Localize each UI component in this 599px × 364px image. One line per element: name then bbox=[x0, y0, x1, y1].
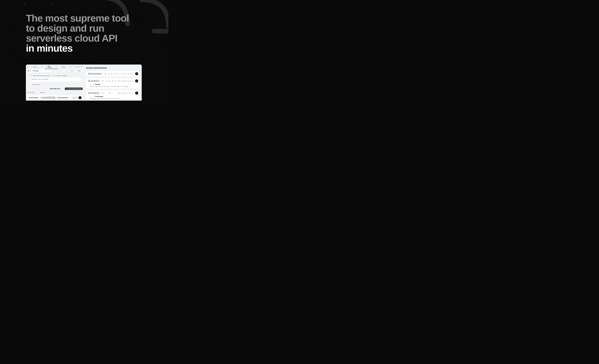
svg-point-3 bbox=[46, 67, 46, 67]
track-changes-button[interactable]: Track changes bbox=[30, 83, 42, 86]
svg-point-19 bbox=[42, 98, 42, 98]
sub-desc: Participant of the conversation can read… bbox=[90, 98, 137, 99]
pill-label: Object ID bbox=[40, 92, 45, 93]
svg-point-18 bbox=[41, 98, 41, 98]
count-pill: 18 bbox=[101, 80, 105, 82]
role-label: TeamMember bbox=[91, 92, 99, 94]
tab-label: Enums bbox=[76, 66, 80, 67]
stat-label: fields with connected entities bbox=[33, 75, 50, 76]
key-icon bbox=[38, 92, 39, 93]
svg-point-16 bbox=[38, 92, 39, 93]
permissions-title: Access permissions bbox=[86, 67, 140, 69]
sub-desc: Sender of the message can create, read a… bbox=[90, 86, 137, 87]
id-label: _id bbox=[32, 92, 34, 93]
back-button[interactable]: Back bbox=[74, 69, 83, 72]
svg-point-6 bbox=[61, 66, 61, 66]
hero-accent: in minutes bbox=[26, 43, 73, 54]
entity-type-pill[interactable]: Entity Conversation bbox=[40, 96, 56, 99]
role-label: WorkspaceAdmin bbox=[91, 73, 101, 74]
filter-icon bbox=[93, 84, 94, 85]
restriction-label: ✓ conditioanlly restricted bbox=[118, 92, 133, 94]
pencil-icon bbox=[79, 97, 81, 98]
role-pill[interactable]: WorkspaceAdmin bbox=[88, 72, 102, 75]
chevrons-right-icon bbox=[66, 88, 67, 89]
edit-button[interactable] bbox=[135, 79, 138, 83]
svg-point-1 bbox=[32, 66, 33, 67]
svg-point-23 bbox=[89, 93, 89, 93]
field-row[interactable]: conversation Entity Conversation convers… bbox=[27, 95, 83, 100]
restriction-dot-icon: ✓ bbox=[118, 80, 120, 82]
svg-point-22 bbox=[89, 81, 89, 81]
pill-label: Entity bbox=[43, 97, 46, 98]
svg-point-0 bbox=[32, 66, 32, 67]
svg-point-13 bbox=[31, 76, 31, 76]
svg-point-17 bbox=[41, 97, 42, 97]
svg-point-21 bbox=[89, 73, 89, 74]
hero-line2: to design and run bbox=[26, 23, 104, 34]
count-pill: All bbox=[104, 73, 107, 75]
stat-count: 0 bbox=[51, 75, 53, 76]
edit-button[interactable] bbox=[79, 96, 82, 99]
object-id-pill[interactable]: Object ID bbox=[37, 91, 47, 94]
count-pill: 16 bbox=[101, 92, 105, 94]
tab-count: 6 bbox=[81, 66, 82, 67]
object-id-pill[interactable]: Object ID bbox=[69, 96, 79, 99]
tab-label: Sub-objects bbox=[62, 65, 69, 68]
sub-title: Participant bbox=[95, 95, 103, 97]
back-label: Back bbox=[78, 70, 81, 71]
svg-point-20 bbox=[70, 98, 71, 98]
users-icon bbox=[31, 66, 33, 67]
role-pill[interactable]: TeamMember bbox=[88, 92, 100, 94]
user-icon bbox=[88, 80, 90, 82]
close-permissions-button[interactable]: Close access permisions bbox=[65, 87, 83, 90]
restriction-label: ✓ conditioanlly restricted bbox=[118, 80, 133, 82]
pill-label: Object ID bbox=[72, 97, 78, 98]
sub-count: 1 bbox=[90, 84, 92, 85]
restriction-dot-icon: ✓ bbox=[118, 92, 120, 94]
stat-objects: 0 objects in database bbox=[51, 75, 68, 76]
tab-user-groups[interactable]: User groups 2 bbox=[31, 65, 43, 69]
sub-title: Sender bbox=[95, 83, 100, 85]
tab-sub-objects[interactable]: Sub-objects 4 bbox=[60, 65, 71, 69]
edit-button[interactable] bbox=[135, 72, 138, 75]
restriction-label: ✕ without restrictions bbox=[120, 73, 133, 75]
trash-icon[interactable] bbox=[71, 70, 73, 72]
tab-enums[interactable]: Enums 6 bbox=[73, 65, 83, 68]
filter-icon bbox=[93, 96, 94, 97]
role-label: TeamMember bbox=[91, 80, 99, 82]
svg-point-11 bbox=[29, 71, 29, 71]
field-name: conversation bbox=[29, 97, 38, 99]
user-icon bbox=[88, 92, 90, 94]
stat-count: 7 bbox=[28, 75, 30, 76]
role-pill[interactable]: TeamMember bbox=[88, 80, 100, 82]
pencil-icon bbox=[136, 92, 137, 94]
permission-card: TeamMember 16 CRUD ✓ conditioanlly restr… bbox=[86, 90, 140, 101]
svg-point-2 bbox=[46, 66, 46, 66]
hero-line1: The most supreme tool bbox=[26, 13, 129, 24]
button-label: Close access permisions bbox=[68, 88, 81, 89]
svg-point-4 bbox=[46, 67, 47, 67]
tree-icon bbox=[27, 70, 30, 72]
tab-data-entities[interactable]: Data entities 4 bbox=[45, 65, 57, 69]
tab-label: User groups bbox=[33, 65, 40, 68]
user-icon bbox=[88, 73, 90, 75]
entity-name-input[interactable] bbox=[31, 69, 52, 72]
pencil-icon bbox=[136, 73, 137, 74]
hamburger-icon[interactable] bbox=[27, 66, 29, 68]
hero-line3: serverless cloud API bbox=[26, 33, 117, 43]
database-icon bbox=[54, 75, 55, 76]
edit-button[interactable] bbox=[135, 91, 138, 95]
tab-count: 2 bbox=[41, 66, 43, 67]
stat-fields-connected: 7 fields with connected entities bbox=[28, 75, 50, 76]
app-window: User groups 2 Data entities 4 Sub-object… bbox=[26, 65, 142, 101]
square-icon bbox=[74, 66, 75, 67]
data-fields-title: Data fields (15) bbox=[50, 88, 60, 90]
svg-point-10 bbox=[28, 71, 28, 71]
svg-point-9 bbox=[28, 70, 29, 70]
tree-icon bbox=[41, 97, 42, 98]
description-input[interactable]: Message of the conversation bbox=[30, 77, 82, 82]
default-label: default bbox=[27, 92, 31, 93]
key-icon bbox=[70, 97, 72, 98]
crud-badges: CRUD bbox=[106, 80, 117, 82]
svg-point-5 bbox=[60, 67, 60, 67]
